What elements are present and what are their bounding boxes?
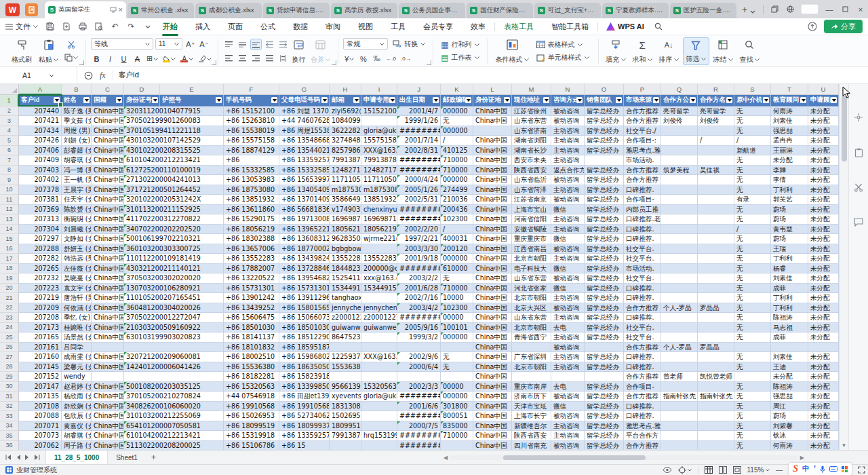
menu-tab-7[interactable]: 工具 — [390, 18, 406, 35]
header-cell[interactable]: 国籍 — [92, 95, 124, 107]
cell[interactable]: 370105199411221118 — [124, 126, 160, 136]
cell[interactable]: +86 1565399710 — [279, 175, 330, 185]
cell[interactable] — [661, 431, 698, 441]
cell[interactable]: 刘妍 (女) — [62, 136, 92, 146]
merge-windows-icon[interactable] — [770, 5, 779, 14]
menu-tab-6[interactable]: 视图 — [357, 18, 374, 35]
cell[interactable] — [661, 284, 698, 294]
cell[interactable]: 无 — [734, 382, 771, 392]
cell[interactable]: 207145 — [19, 362, 62, 373]
cell[interactable]: 留学总经办 — [585, 214, 624, 225]
cell[interactable]: 169698712 — [361, 214, 397, 225]
insert-function-icon[interactable]: fx — [100, 71, 106, 81]
cell[interactable]: 马志祖 — [771, 323, 808, 333]
cell[interactable] — [661, 205, 698, 215]
cell[interactable]: +86 1360831276 — [279, 234, 330, 244]
cell[interactable]: 雅思考点.雅 — [624, 421, 661, 432]
cell[interactable]: tanghaoxu — [330, 293, 361, 303]
cell[interactable]: 留学总经办 — [585, 264, 624, 274]
cell[interactable]: XXX@163.( — [361, 146, 397, 156]
cell[interactable]: / — [734, 225, 771, 235]
cell[interactable]: +86 1335925706 — [279, 155, 330, 166]
cell[interactable]: 155363896 — [330, 362, 361, 373]
cell[interactable]: 360103200303300725 — [124, 244, 160, 254]
cell[interactable]: 未分配 — [808, 195, 839, 205]
cell[interactable]: 710000 — [441, 431, 473, 441]
cell[interactable]: 2003/2/2 — [397, 273, 441, 284]
row-number[interactable]: 35 — [0, 431, 19, 441]
cell[interactable]: 主动咨询 — [551, 185, 585, 195]
cell[interactable]: 丁利利 — [771, 303, 808, 314]
cell[interactable]: +86 1354866895 — [279, 136, 330, 146]
header-cell[interactable]: 市场来源 — [624, 95, 661, 107]
cell[interactable]: 被动咨询 — [551, 303, 585, 314]
comma-style-button[interactable]: ‰ — [371, 53, 382, 64]
cell[interactable]: China中国 — [473, 244, 512, 254]
cell[interactable]: 320311200104077915 — [124, 107, 160, 117]
cell[interactable]: 彭睿婧 (女 — [62, 146, 92, 156]
cell[interactable]: 杨睿 — [771, 264, 808, 274]
cell[interactable]: 825798695 — [330, 146, 361, 156]
justify-icon[interactable] — [264, 52, 275, 64]
cell[interactable]: 陈祖涛 — [771, 313, 808, 323]
cell[interactable]: 社交平台. — [624, 273, 661, 284]
cell[interactable]: 丁利利 — [771, 254, 808, 264]
row-number[interactable]: 20 — [0, 284, 19, 294]
cell[interactable]: 无 — [734, 126, 771, 136]
cell[interactable]: +86 13657006 — [224, 244, 279, 254]
cell[interactable]: 1999/3/2 — [397, 332, 441, 343]
cell[interactable]: 310103200212255069 — [124, 411, 160, 421]
cell[interactable]: 微信 — [551, 205, 585, 215]
cell[interactable]: China中国 — [92, 411, 124, 421]
filter-button[interactable] — [271, 97, 277, 103]
row-number[interactable]: 28 — [0, 362, 19, 373]
share-button[interactable]: 分享 — [824, 20, 863, 33]
cell[interactable]: China中国 — [473, 175, 512, 185]
cell[interactable]: 274499 — [441, 185, 473, 195]
cell[interactable]: 口碑推荐. — [624, 293, 661, 303]
cell[interactable]: +86 刘慧 137052 — [279, 107, 330, 117]
cell[interactable] — [698, 244, 734, 254]
cell[interactable] — [661, 441, 698, 451]
align-top-icon[interactable] — [223, 39, 235, 50]
cell[interactable]: 留学总经办 — [585, 411, 624, 421]
cell[interactable]: 207135 — [19, 392, 62, 402]
cell[interactable]: 留学总经办 — [585, 382, 624, 392]
tab-list-chevron-icon[interactable] — [750, 10, 755, 14]
cell[interactable]: 被动咨询 — [551, 392, 585, 402]
cell[interactable]: 山东省济南 — [512, 126, 551, 136]
cell[interactable]: 重庆市南岸 — [512, 382, 551, 392]
cell[interactable]: +86 15536380 — [224, 362, 279, 373]
cell[interactable]: China中国 — [473, 166, 512, 176]
cell[interactable]: 1997/2/21 — [397, 234, 441, 244]
align-center-icon[interactable] — [237, 52, 248, 64]
cell[interactable]: +44 07546918 — [224, 392, 279, 402]
cell[interactable]: 亮哥留学 — [698, 107, 734, 117]
cell[interactable]: 207088 — [19, 411, 62, 421]
cell[interactable]: 未分配 — [808, 234, 839, 244]
sort-button[interactable]: A↓ 排序 — [656, 37, 682, 65]
cell[interactable]: 358664913 — [330, 195, 361, 205]
menu-tab-9[interactable]: 效率 — [470, 18, 486, 35]
cell[interactable] — [441, 441, 473, 451]
cell[interactable]: 江苏省徐州 — [512, 107, 551, 117]
vertical-scrollbar[interactable]: ▲ ▼ — [839, 84, 848, 450]
cell[interactable]: 留学总经办 — [585, 234, 624, 244]
undo-icon[interactable]: ↶ — [110, 22, 120, 32]
cell[interactable]: 32010220020531242X — [124, 195, 160, 205]
cell[interactable]: 有录 — [734, 195, 771, 205]
cell[interactable] — [661, 323, 698, 333]
cell[interactable]: +86 1396522100 — [279, 225, 330, 235]
cell[interactable]: China中国 — [92, 166, 124, 176]
cell[interactable]: 150269534 — [330, 411, 361, 421]
cell[interactable]: China中国 — [473, 382, 512, 392]
cell[interactable]: 200436 — [441, 205, 473, 215]
cell[interactable]: 北京市朝阳 — [512, 254, 551, 264]
cell[interactable]: 799138782 — [361, 155, 397, 166]
cell[interactable]: 135522836 — [361, 254, 397, 264]
cell[interactable] — [698, 284, 734, 294]
cell[interactable]: 留学总经办 — [585, 195, 624, 205]
align-left-icon[interactable] — [223, 52, 235, 64]
cell[interactable]: 合作方推荐 — [624, 343, 661, 353]
cell[interactable]: 未分配 — [808, 126, 839, 136]
